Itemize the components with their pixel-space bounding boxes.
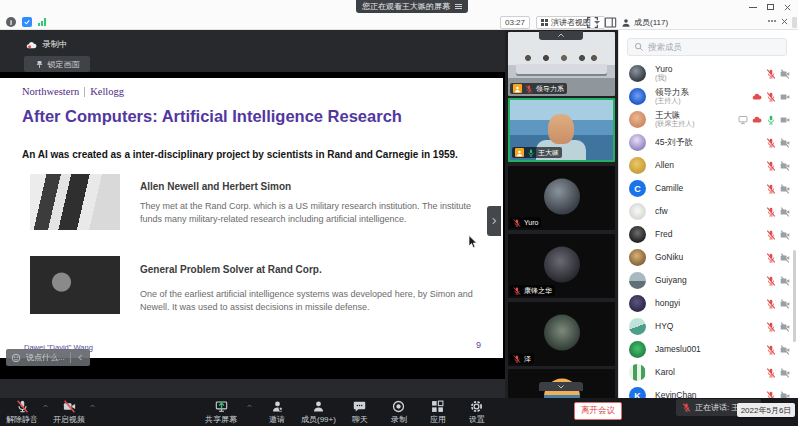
mic-muted-icon [766,138,776,148]
video-tile-5[interactable]: 泽 [508,302,615,366]
logo-northwestern: Northwestern [22,86,79,97]
photo-missile-console [30,256,120,314]
members-count-label: 成员(117) [634,17,668,28]
window-minimize-button[interactable] [747,2,758,12]
unmute-button[interactable]: 解除静音 [6,400,38,425]
mic-muted-icon [766,276,776,286]
member-row[interactable]: C Camille [619,177,798,200]
mic-muted-icon [766,92,776,102]
avatar [629,88,646,105]
filmstrip-collapse-button[interactable] [539,31,583,40]
video-tile-4[interactable]: 康锋之华 [508,234,615,298]
member-row[interactable]: Fred [619,223,798,246]
mic-muted-icon [766,322,776,332]
member-row[interactable]: 领导力系(主持人) [619,85,798,108]
search-members-box[interactable] [627,38,787,56]
settings-button[interactable]: 设置 [462,400,492,425]
record-button[interactable]: 录制 [384,400,414,425]
avatar [629,249,646,266]
panel-close-button[interactable] [780,17,790,27]
tile-name-label: Yuro [524,219,538,226]
search-icon [634,42,644,52]
camera-off-icon [780,207,790,217]
avatar [544,247,580,283]
share-options-caret-icon[interactable] [246,403,253,409]
members-scrollbar[interactable] [793,250,796,342]
member-row[interactable]: Yuro(我) [619,62,798,85]
avatar [629,226,646,243]
camera-off-icon [780,345,790,355]
panel-more-button[interactable] [768,20,776,22]
section2-heading: General Problem Solver at Rand Corp. [140,264,322,275]
side-panel-expander[interactable] [487,206,501,236]
emoji-icon[interactable] [11,353,21,363]
video-tile-leader[interactable]: 领导力系 [508,32,615,96]
collapse-chat-icon[interactable] [76,353,85,362]
share-screen-button[interactable]: 共享屏幕 [205,400,237,425]
member-row[interactable]: 王大嗾(联席主持人) [619,108,798,131]
members-count-button[interactable]: 成员(117) [621,16,668,29]
video-tile-yuro[interactable]: Yuro [508,166,615,230]
member-row[interactable]: Guiyang [619,269,798,292]
meeting-info-icon[interactable]: i [6,17,16,27]
member-row[interactable]: GoNiku [619,246,798,269]
member-row[interactable]: 45-刘予歆 [619,131,798,154]
quick-chat-placeholder[interactable]: 说点什么... [26,352,65,363]
member-row[interactable]: Jameslu001 [619,338,798,361]
photo-newell-simon [30,174,120,230]
recording-indicator: 录制中 [26,39,68,51]
video-tile-active-speaker[interactable]: 王大嗾 [508,98,615,162]
member-role: (我) [655,74,766,82]
leave-meeting-button[interactable]: 离开会议 [574,402,622,420]
member-row[interactable]: Allen [619,154,798,177]
start-video-label: 开启视频 [53,414,85,425]
video-filmstrip: 领导力系 王大嗾 Yuro 康锋之华 [505,30,618,398]
logo-kellogg: Kellogg [90,86,124,97]
mic-muted-icon [766,69,776,79]
settings-label: 设置 [469,414,485,425]
member-name: cfw [655,207,766,216]
mic-muted-icon [766,184,776,194]
avatar [629,318,646,335]
member-name: Allen [655,161,766,170]
slide-title: After Computers: Artificial Intelligence… [22,107,402,126]
window-close-button[interactable] [782,2,793,12]
security-shield-icon[interactable] [22,17,32,27]
slide-page-number: 9 [476,340,481,350]
member-row[interactable]: HYQ [619,315,798,338]
watching-screen-banner[interactable]: 您正在观看王大嗾的屏幕 [356,0,468,13]
mic-active-icon [766,115,776,125]
chat-label: 聊天 [352,414,368,425]
member-row[interactable]: Karol [619,361,798,384]
panel-grip[interactable] [792,17,797,28]
video-options-caret-icon[interactable] [89,403,96,409]
meeting-control-row: i 03:27 演讲者视图 成员(117) [0,14,798,30]
layout-toggle-button[interactable] [604,16,617,29]
filmstrip-expand-button[interactable] [539,382,583,391]
banner-menu-icon[interactable] [455,4,462,9]
member-name: hongyi [655,299,766,308]
camera-off-icon [780,161,790,171]
logo-divider [84,87,85,97]
invite-button[interactable]: 邀请 [262,400,292,425]
member-row[interactable]: cfw [619,200,798,223]
mic-muted-icon [513,287,521,295]
window-maximize-button[interactable] [765,2,776,12]
avatar [629,341,646,358]
mic-options-caret-icon[interactable] [42,403,49,409]
apps-button[interactable]: 应用 [423,400,453,425]
members-button[interactable]: 成员(99+) [301,400,336,425]
mic-muted-icon [766,368,776,378]
chat-button[interactable]: 聊天 [345,400,375,425]
member-name: Guiyang [655,276,766,285]
member-row[interactable]: hongyi [619,292,798,315]
person-icon [621,18,631,28]
avatar [544,315,580,351]
lock-screen-button[interactable]: 锁定画面 [24,56,90,72]
screen-share-icon [738,115,748,125]
bottom-toolbar: 解除静音 开启视频 共享屏幕 邀请 成员(99+) [0,398,798,426]
fullscreen-button[interactable] [586,16,599,29]
search-members-input[interactable] [648,42,768,52]
start-video-button[interactable]: 开启视频 [53,400,85,425]
quick-chat-bar[interactable]: 说点什么... [6,349,90,366]
